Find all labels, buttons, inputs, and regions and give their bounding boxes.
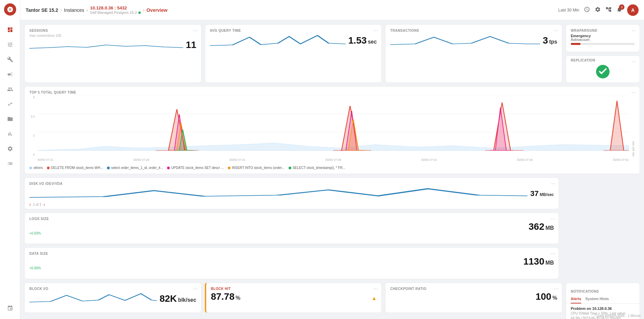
sidebar-item-dashboard[interactable]: [4, 24, 16, 36]
block-io-value: 82K blk/sec: [160, 294, 196, 303]
legend-select-order: select order_items_1_id, order_it...: [107, 166, 163, 170]
notif-header: NOTIFICATIONS: [566, 283, 640, 295]
sessions-content: 11: [29, 38, 196, 52]
wraparound-fill: [571, 43, 581, 45]
transactions-value: 3 tps: [543, 36, 557, 45]
sessions-chart: [29, 38, 183, 52]
avg-query-value: 1.53 sec: [348, 36, 377, 45]
settings-icon[interactable]: [595, 6, 601, 14]
app-logo[interactable]: [4, 3, 16, 16]
y-axis: 5 3.5 2 0: [29, 96, 35, 163]
logs-size-value: 362 MB: [29, 222, 554, 231]
transactions-menu[interactable]: ⋯: [554, 28, 559, 33]
sessions-value: 11: [186, 40, 196, 50]
wraparound-menu[interactable]: ⋯: [632, 28, 636, 33]
user-avatar[interactable]: A: [627, 4, 639, 16]
top5-query-card: TOP 5 TOTAL QUERY TIME ⋯ 5 3.5 2 0: [24, 86, 640, 174]
disk-io-prev[interactable]: ‹: [29, 202, 31, 207]
data-size-title: DATA SIZE: [29, 252, 554, 255]
topology-icon[interactable]: [606, 6, 612, 14]
disk-io-card: DISK I/O /DEV/VDA ⋯ 37 MB/sec ‹ 1: [24, 177, 559, 209]
chart-plot: 30/06 07:21 30/06 07:26 30/06 07:31 30/0…: [37, 96, 629, 163]
instance-sub: Self Managed Postgres 15.2: [90, 10, 141, 15]
breadcrumb-sep1: ›: [60, 7, 62, 13]
row-top-metrics: SESSIONS ⋯ max connections 100 11 AVG QU…: [24, 24, 640, 83]
main-content: SESSIONS ⋯ max connections 100 11 AVG QU…: [20, 20, 644, 319]
sidebar-item-campaign[interactable]: [4, 68, 16, 80]
legend-select-clock: SELECT clock_timestamp(), * FR...: [289, 166, 346, 170]
wraparound-bar: [571, 43, 635, 45]
logs-size-change: +0.03%: [29, 231, 554, 235]
topnav-right: Last 30 Min 3 A: [558, 4, 639, 16]
time-range-label[interactable]: Last 30 Min: [558, 8, 579, 13]
block-io-menu[interactable]: ⋯: [193, 286, 198, 292]
disk-io-title: DISK I/O /DEV/VDA: [29, 182, 554, 186]
block-hit-content: 87.78 % ▲: [211, 292, 377, 301]
sidebar-item-folder[interactable]: [4, 113, 16, 125]
active-page-label: Overview: [146, 7, 167, 13]
sidebar: [0, 0, 20, 319]
avg-query-chart: [210, 34, 346, 47]
breadcrumb: Tantor SE 15.2 › Instances › 10.128.0.36…: [26, 5, 558, 15]
brand-link[interactable]: Tantor SE 15.2: [26, 7, 58, 13]
disk-io-content: 37 MB/sec: [29, 187, 554, 200]
wraparound-label2: Autovacuum: [571, 38, 635, 42]
sidebar-item-barchart[interactable]: [4, 128, 16, 140]
block-hit-menu[interactable]: ⋯: [373, 286, 378, 292]
sidebar-item-tune[interactable]: [4, 39, 16, 51]
top5-menu[interactable]: ⋯: [632, 90, 636, 95]
instance-ip[interactable]: 10.128.0.36 : 5432: [90, 5, 141, 10]
clock-icon[interactable]: [584, 6, 590, 14]
sidebar-item-build[interactable]: [4, 53, 16, 66]
replication-status: [595, 64, 611, 80]
notification-icon[interactable]: 3: [616, 6, 622, 14]
data-size-change: +0.00%: [29, 266, 554, 270]
transactions-content: 3 tps: [390, 34, 557, 47]
avg-query-menu[interactable]: ⋯: [373, 28, 378, 33]
svg-marker-8: [603, 101, 629, 150]
top5-chart-area: 5 3.5 2 0: [29, 96, 635, 163]
sidebar-item-swap[interactable]: [4, 98, 16, 110]
sidebar-item-list[interactable]: [4, 157, 16, 170]
transactions-title: TRANSACTIONS: [390, 29, 557, 32]
checkpoint-ratio-menu[interactable]: ⋯: [554, 286, 559, 292]
logs-size-menu[interactable]: ⋯: [551, 216, 555, 222]
legend-others: others: [29, 166, 43, 170]
notif-item-0-title: Problem on 10.128.0.36: [571, 306, 635, 311]
instances-link[interactable]: Instances: [64, 7, 84, 13]
wraparound-label1: Emergency: [571, 34, 635, 38]
block-hit-warning-icon: ▲: [371, 295, 377, 301]
breadcrumb-sep2: ›: [86, 7, 88, 13]
disk-io-menu[interactable]: ⋯: [551, 181, 555, 187]
sessions-sub: max connections 100: [29, 34, 196, 38]
notif-tab-alerts[interactable]: Alerts: [571, 295, 581, 303]
logs-size-card: LOGS SIZE ⋯ 362 MB +0.03%: [24, 213, 559, 244]
right-column-top: WRAPAROUND ⋯ Emergency Autovacuum REPLIC…: [566, 24, 640, 83]
sidebar-item-pin[interactable]: [4, 302, 16, 314]
sessions-menu[interactable]: ⋯: [193, 28, 198, 33]
checkpoint-ratio-card: CHECKPOINT RATIO ⋯ 100 %: [385, 283, 562, 313]
legend-insert: INSERT INTO stock_items (order...: [228, 166, 285, 170]
topnav: Tantor SE 15.2 › Instances › 10.128.0.36…: [20, 0, 644, 20]
block-io-chart: [29, 292, 157, 305]
sidebar-item-settings[interactable]: [4, 143, 16, 155]
block-hit-card: BLOCK HIT ⋯ 87.78 % ▲: [205, 283, 382, 313]
block-io-title: BLOCK I/O: [29, 287, 196, 291]
replication-menu[interactable]: ⋯: [632, 59, 636, 65]
svg-marker-4: [37, 143, 629, 150]
notif-tabs: Alerts System Hints: [566, 295, 640, 304]
replication-card: REPLICATION ⋯: [566, 55, 640, 83]
data-size-card: DATA SIZE ⋯ 1130 MB +0.00%: [24, 247, 559, 279]
data-size-menu[interactable]: ⋯: [551, 251, 555, 256]
disk-io-next[interactable]: ›: [44, 202, 45, 207]
transactions-card: TRANSACTIONS ⋯ 3 tps: [385, 24, 562, 83]
notif-title: NOTIFICATIONS: [571, 286, 635, 293]
block-hit-value: 87.78 %: [211, 292, 241, 301]
avg-query-card: AVG QUERY TIME ⋯ 1.53 sec: [205, 24, 382, 83]
instance-info: 10.128.0.36 : 5432 Self Managed Postgres…: [90, 5, 141, 15]
row-block-metrics: BLOCK I/O ⋯ 82K blk/sec BLOCK HIT ⋯: [24, 283, 640, 319]
notif-tab-system-hints[interactable]: System Hints: [585, 295, 609, 303]
sidebar-item-people[interactable]: [4, 83, 16, 95]
sessions-title: SESSIONS: [29, 29, 196, 32]
block-hit-title: BLOCK HIT: [211, 287, 377, 291]
